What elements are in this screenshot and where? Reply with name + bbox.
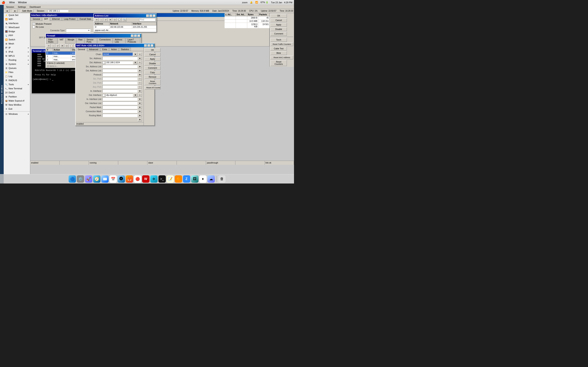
nat-conn-mark-input[interactable] (103, 110, 138, 113)
fw-copy-btn[interactable]: □ (65, 44, 69, 48)
sidebar-item-interfaces[interactable]: 🔌 Interfaces (4, 21, 30, 25)
sidebar-item-system[interactable]: ⚙ System ▸ (4, 62, 30, 66)
tab-sfp[interactable]: SFP (42, 17, 50, 21)
dock-telegram[interactable]: ✈ (150, 175, 158, 183)
fw-remove-btn[interactable]: - (51, 44, 55, 48)
nat-remove-btn[interactable]: Remove (145, 75, 160, 79)
comment-button[interactable]: Comment (270, 32, 287, 36)
dock-mail[interactable]: ✉️ (101, 175, 109, 183)
nat-dst-addr-list-dropdown[interactable]: ▼ (138, 69, 142, 72)
nat-out-iface-list-dropdown[interactable]: ▼ (138, 101, 142, 105)
reset-traffic-counters-button[interactable]: Reset Traffic Counters (270, 42, 293, 46)
fw-tab-nat[interactable]: NAT (58, 38, 65, 44)
nat-out-iface-list-input[interactable] (103, 101, 138, 105)
addr-row-0[interactable]: D 182.68.223.66 223.235.31.255 (94, 25, 156, 29)
dock-wps[interactable]: W (142, 175, 149, 183)
sidebar-item-routing[interactable]: ↔ Routing ▸ (4, 58, 30, 62)
fw-paste-btn[interactable]: 📋 (69, 44, 74, 48)
nat-packet-mark-input[interactable] (103, 106, 138, 109)
blink-button[interactable]: Blink (270, 51, 287, 55)
addr-enable-btn[interactable]: ✓ (104, 18, 108, 21)
sidebar-item-make-supout[interactable]: 📦 Make Supout.rif (4, 99, 30, 103)
dock-git[interactable]: ♦ (199, 175, 207, 183)
sidebar-item-new-winbox[interactable]: W New WinBox (4, 103, 30, 107)
dashboard-menu[interactable]: Dashboard (28, 5, 42, 8)
apply-button[interactable]: Apply (270, 23, 287, 27)
nat-cancel-btn[interactable]: Cancel (145, 53, 160, 57)
nat-out-iface-add[interactable]: + (138, 93, 142, 97)
addr-remove-btn[interactable]: - (99, 18, 103, 21)
nat-out-iface-checkbox[interactable] (103, 94, 105, 96)
nat-packet-mark-dropdown[interactable]: ▼ (138, 106, 142, 109)
nat-dst-addr-input[interactable] (105, 61, 133, 64)
nat-out-iface-dropdown[interactable]: ▼ (133, 93, 138, 97)
sidebar-item-dot1x[interactable]: 1X Dot1X (4, 91, 30, 95)
dock-trash[interactable]: 🗑 (218, 175, 226, 183)
nat-tab-extra[interactable]: Extra (100, 48, 109, 51)
nat-src-addr-list-dropdown[interactable]: ▼ (138, 65, 142, 68)
addr-add-btn[interactable]: + (95, 18, 99, 21)
sidebar-item-exit[interactable]: ✕ Exit (4, 107, 30, 111)
nat-in-iface-input[interactable] (103, 89, 138, 92)
nat-chain-add-btn[interactable]: + (138, 53, 142, 56)
cable-test-button[interactable]: Cable Test (270, 47, 287, 50)
sidebar-item-queues[interactable]: ☰ Queues (4, 66, 30, 70)
fw-close-btn[interactable]: ✕ (138, 34, 140, 37)
nat-src-addr-input[interactable] (103, 57, 138, 60)
addr-disable-btn[interactable]: ✕ (108, 18, 112, 21)
dock-appstore[interactable]: 🅐 (118, 175, 125, 183)
fw-tab-layer7[interactable]: Layer7 Protocols (126, 38, 140, 43)
sidebar-item-ppp[interactable]: 📡 PPP (4, 33, 30, 38)
nat-tab-general[interactable]: General (76, 48, 87, 51)
addr-row-0b[interactable]: pppoe-out1-Air... (94, 29, 156, 32)
cancel-button[interactable]: Cancel (270, 18, 287, 22)
forward-button[interactable]: ► (13, 9, 17, 12)
nat-chain-input[interactable]: srcnat (103, 53, 133, 56)
nat-chain-dropdown-btn[interactable]: ▼ (133, 53, 138, 56)
sidebar-item-files[interactable]: 📁 Files (4, 70, 30, 74)
nat-maximize-btn[interactable]: □ (147, 44, 150, 47)
dock-system-prefs[interactable]: ⚙️ (77, 175, 84, 183)
dock-vlc[interactable]: 🔶 (175, 175, 182, 183)
fw-disable-btn[interactable]: ✕ (60, 44, 64, 48)
sidebar-item-wireguard[interactable]: 🛡 WireGuard (4, 25, 30, 29)
nat-minimize-btn[interactable]: _ (144, 44, 147, 47)
nat-tab-action[interactable]: Action (109, 48, 119, 51)
fw-minimize-btn[interactable]: _ (131, 34, 134, 37)
fw-tab-connections[interactable]: Connections (97, 38, 112, 43)
apple-menu[interactable]: 🍎 (2, 1, 5, 4)
sidebar-item-wifi[interactable]: 📶 WiFi (4, 17, 30, 21)
dock-launchpad[interactable]: 🚀 (85, 175, 92, 183)
nat-routing-mark-dropdown[interactable]: ▼ (138, 114, 142, 117)
fw-tab-filter[interactable]: Filter Rules (46, 38, 57, 43)
nat-dst-addr-dropdown[interactable]: ▼ (133, 61, 138, 64)
nat-protocol-input[interactable] (103, 73, 138, 76)
nat-dst-addr-checkbox[interactable] (103, 61, 105, 64)
nat-src-addr-dropdown[interactable]: ▼ (138, 57, 142, 60)
dock-chrome[interactable]: 🔴 (134, 175, 141, 183)
addr-comment-btn[interactable]: 💬 (117, 18, 122, 21)
sidebar-item-ip[interactable]: IP IP ▸ (4, 46, 30, 50)
nat-comment-btn[interactable]: Comment (145, 66, 160, 70)
fw-add-btn[interactable]: + (47, 44, 51, 48)
ok-button[interactable]: OK (270, 14, 287, 18)
nat-ok-btn[interactable]: OK (145, 48, 160, 52)
nat-disable-btn[interactable]: Disable (145, 62, 160, 66)
dock-finder[interactable]: 🔵 (69, 175, 76, 183)
dock-firefox[interactable]: 🦊 (126, 175, 133, 183)
dock-terminal[interactable]: >_ (158, 175, 166, 183)
sidebar-item-ipv6[interactable]: 6 IPv6 ▸ (4, 50, 30, 54)
tab-ethernet[interactable]: Ethernet (50, 17, 62, 21)
nat-reset-counters-btn[interactable]: Reset Counters (145, 80, 160, 85)
sidebar-item-tools[interactable]: 🔧 Tools ▸ (4, 82, 30, 86)
addr-maximize-btn[interactable]: □ (149, 15, 152, 17)
disable-button[interactable]: Disable (270, 27, 287, 31)
fw-tab-service-ports[interactable]: Service Ports (85, 38, 97, 43)
session-menu[interactable]: Session (4, 5, 16, 8)
sidebar-item-log[interactable]: 📋 Log (4, 74, 30, 78)
nat-dst-addr-add[interactable]: + (138, 61, 142, 64)
rx-loss-checkbox[interactable] (33, 26, 35, 28)
sidebar-item-mesh[interactable]: ⊞ Mesh (4, 42, 30, 46)
dock-preview[interactable]: 🖼 (191, 175, 199, 183)
dock-zoom[interactable]: Z (183, 175, 190, 183)
